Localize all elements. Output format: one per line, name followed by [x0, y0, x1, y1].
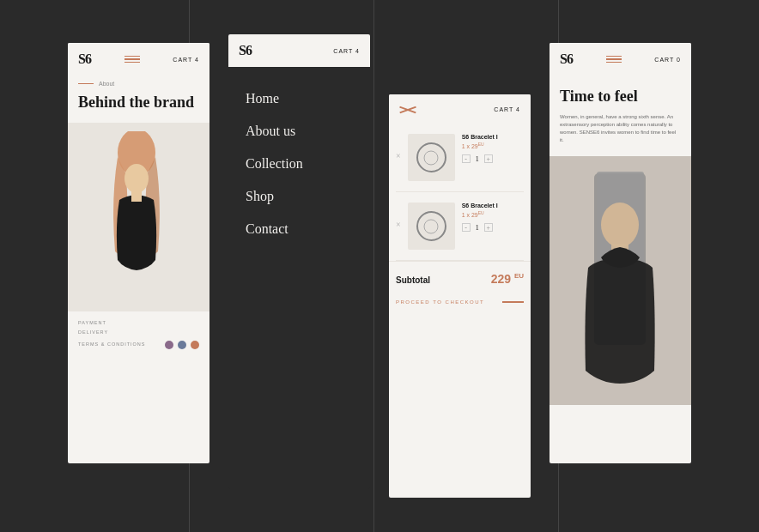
logo: S6	[560, 51, 573, 67]
page-title: Behind the brand	[68, 90, 209, 123]
logo: S6	[239, 43, 252, 58]
nav-collection[interactable]: Collection	[246, 149, 353, 178]
hero-image	[550, 156, 691, 405]
item-price: 1 x 29EU	[462, 142, 524, 149]
screen-navigation: S6 CART 4 Home About us Collection Shop …	[228, 34, 370, 489]
about-text: About	[99, 81, 114, 87]
screen4-header: S6 CART 0	[550, 43, 691, 76]
footer: PAYMENT DELIVERY TERMS & CONDITIONS	[68, 311, 209, 358]
about-section: About	[68, 76, 209, 90]
item-qty-price: 1 x 29	[462, 143, 478, 149]
screen-time-to-feel: S6 CART 0 Time to feel Women, in general…	[550, 43, 691, 463]
facebook-icon[interactable]	[178, 341, 186, 349]
instagram-icon[interactable]	[191, 341, 199, 349]
logo: S6	[78, 51, 91, 67]
screen-cart: CART 4 × S6 Bracelet I 1 x 29EU - 1 +	[389, 94, 531, 498]
checkout-section[interactable]: PROCEED TO CHECKOUT	[389, 293, 531, 315]
bracelet-image	[416, 142, 446, 172]
cart-item: × S6 Bracelet I 1 x 29EU - 1 +	[396, 192, 524, 261]
navigation-menu: Home About us Collection Shop Contact	[228, 67, 370, 261]
nav-home[interactable]: Home	[246, 84, 353, 113]
screen-behind-brand: S6 CART 4 About Behind the brand	[68, 43, 209, 463]
screen1-header: S6 CART 4	[68, 43, 209, 76]
decrease-qty-button[interactable]: -	[462, 223, 471, 232]
hero-image	[68, 123, 209, 311]
qty-value: 1	[476, 155, 479, 163]
page-title: Time to feel	[560, 88, 681, 106]
item-quantity-control: - 1 +	[462, 223, 524, 232]
hamburger-icon[interactable]	[124, 56, 140, 63]
checkout-label[interactable]: PROCEED TO CHECKOUT	[396, 299, 484, 305]
item-image	[408, 203, 455, 250]
cart-item: × S6 Bracelet I 1 x 29EU - 1 +	[396, 124, 524, 192]
hamburger-icon[interactable]	[606, 56, 622, 63]
svg-rect-2	[131, 191, 142, 202]
nav-about[interactable]: About us	[246, 117, 353, 146]
increase-qty-button[interactable]: +	[484, 223, 493, 232]
increase-qty-button[interactable]: +	[484, 154, 493, 163]
subtotal-currency: EU	[514, 272, 524, 280]
footer-payment[interactable]: PAYMENT	[78, 320, 199, 325]
nav-contact[interactable]: Contact	[246, 215, 353, 244]
footer-terms[interactable]: TERMS & CONDITIONS	[78, 342, 146, 347]
screen2-header: S6 CART 4	[228, 34, 370, 67]
item-currency: EU	[478, 210, 484, 215]
item-quantity-control: - 1 +	[462, 154, 524, 163]
subtotal-label: Subtotal	[396, 275, 430, 285]
page-content: Time to feel Women, in general, have a s…	[550, 76, 691, 156]
item-currency: EU	[478, 142, 484, 147]
item-image	[408, 134, 455, 181]
social-icons	[165, 341, 199, 349]
footer-delivery[interactable]: DELIVERY	[78, 329, 199, 335]
cart-items-list: × S6 Bracelet I 1 x 29EU - 1 +	[389, 124, 531, 261]
about-line-decoration	[78, 83, 94, 84]
cart-subtotal: Subtotal 229 EU	[389, 261, 531, 293]
menu-cross-icon[interactable]	[399, 103, 416, 115]
item-qty-price: 1 x 29	[462, 212, 478, 218]
svg-point-6	[601, 203, 639, 247]
item-price: 1 x 29EU	[462, 210, 524, 218]
pinterest-icon[interactable]	[165, 341, 173, 349]
item-details: S6 Bracelet I 1 x 29EU - 1 +	[462, 134, 524, 163]
qty-value: 1	[476, 224, 479, 232]
cart-header: CART 4	[389, 94, 531, 124]
remove-item-button[interactable]: ×	[396, 220, 401, 229]
page-description: Women, in general, have a strong sixth s…	[560, 113, 681, 144]
cart-label[interactable]: CART 4	[333, 48, 360, 54]
cart-label[interactable]: CART 0	[654, 57, 681, 63]
nav-shop[interactable]: Shop	[246, 182, 353, 211]
cart-label[interactable]: CART 4	[173, 57, 199, 63]
item-name: S6 Bracelet I	[462, 203, 524, 209]
bracelet-image	[416, 211, 446, 241]
decrease-qty-button[interactable]: -	[462, 154, 471, 163]
svg-point-1	[124, 164, 149, 193]
subtotal-value: 229 EU	[491, 272, 524, 286]
cart-label[interactable]: CART 4	[494, 106, 520, 112]
item-name: S6 Bracelet I	[462, 134, 524, 140]
item-details: S6 Bracelet I 1 x 29EU - 1 +	[462, 203, 524, 232]
checkout-arrow-icon	[502, 301, 524, 303]
remove-item-button[interactable]: ×	[396, 151, 401, 160]
subtotal-amount: 229	[491, 272, 511, 286]
